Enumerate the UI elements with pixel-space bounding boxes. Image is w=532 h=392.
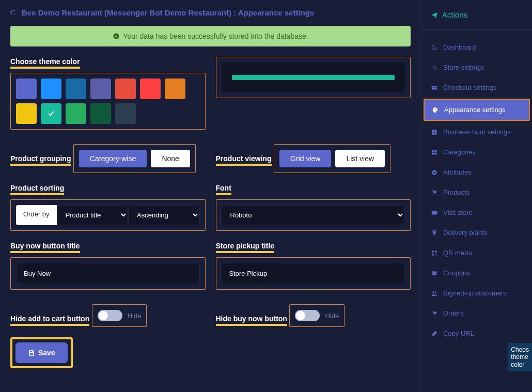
clock-icon <box>431 129 438 136</box>
save-highlight: Save <box>10 337 73 368</box>
sidebar-item-appearance-settings[interactable]: Appearance settings <box>424 99 530 121</box>
theme-color-panel <box>10 73 206 130</box>
viewing-grid-button[interactable]: Grid view <box>279 150 331 167</box>
sidebar-item-categories[interactable]: Categories <box>421 142 532 162</box>
tag-icon <box>431 169 438 176</box>
card-icon <box>431 84 438 91</box>
sidebar-item-qr-menu[interactable]: QR menu <box>421 243 532 263</box>
sidebar-item-visit-store[interactable]: Visit store <box>421 202 532 223</box>
hide-buy-toggle-label: Hide <box>325 312 339 320</box>
sidebar-item-label: Copy URL <box>443 330 474 337</box>
paper-plane-icon <box>431 11 438 19</box>
theme-swatch-3[interactable] <box>90 79 111 99</box>
theme-swatch-4[interactable] <box>115 79 136 99</box>
cart-icon <box>431 189 438 196</box>
sidebar-item-attributes[interactable]: Attributes <box>421 162 532 182</box>
theme-swatch-0[interactable] <box>16 79 37 99</box>
label-theme-color: Choose theme color <box>10 57 80 69</box>
alert-message: Your data has been successfully stored i… <box>123 32 308 40</box>
grouping-none-button[interactable]: None <box>151 150 190 167</box>
svg-rect-16 <box>432 254 434 256</box>
sidebar-header: Actions <box>421 0 532 30</box>
hide-cart-toggle[interactable] <box>98 310 122 321</box>
sidebar-item-checkout-settings[interactable]: Checkout settings <box>421 77 532 98</box>
sidebar-header-label: Actions <box>442 10 467 19</box>
store-pickup-panel <box>216 257 411 290</box>
sidebar-item-dashboard[interactable]: Dashboard <box>421 37 532 57</box>
svg-rect-2 <box>432 87 437 87</box>
label-product-sorting: Product sorting <box>10 184 64 195</box>
font-select[interactable]: Roboto <box>222 205 405 225</box>
svg-rect-8 <box>435 150 437 152</box>
label-hide-buy: Hide buy now button <box>216 315 287 326</box>
ticket-icon <box>431 270 438 277</box>
tooltip: Choos theme color <box>508 343 532 371</box>
theme-swatch-9[interactable] <box>66 103 86 124</box>
svg-point-3 <box>434 109 434 109</box>
sort-direction-select[interactable]: Ascending <box>128 205 199 225</box>
sidebar-item-label: Attributes <box>443 168 472 176</box>
theme-swatch-11[interactable] <box>115 103 136 124</box>
svg-rect-7 <box>432 150 434 152</box>
gauge-icon <box>431 44 438 51</box>
theme-swatch-8[interactable] <box>41 103 61 124</box>
sidebar-item-label: Orders <box>443 309 464 317</box>
theme-swatch-7[interactable] <box>16 103 37 124</box>
palette-icon <box>432 106 439 114</box>
viewing-list-button[interactable]: List view <box>335 150 385 167</box>
main-content: Bee Demo Restaurant (Messenger Bot Demo … <box>0 0 421 392</box>
label-product-grouping: Product grouping <box>10 154 71 166</box>
users-icon <box>431 290 438 297</box>
grid-icon <box>431 149 438 156</box>
sidebar-item-products[interactable]: Products <box>421 182 532 202</box>
sidebar: Actions DashboardStore settingsCheckout … <box>421 0 532 392</box>
label-font: Font <box>216 184 231 195</box>
sidebar-item-label: Dashboard <box>443 43 476 51</box>
theme-swatch-5[interactable] <box>140 79 161 99</box>
sidebar-item-store-settings[interactable]: Store settings <box>421 57 532 77</box>
link-icon <box>431 330 438 337</box>
sidebar-item-label: Products <box>443 189 470 196</box>
hide-buy-toggle[interactable] <box>295 310 320 321</box>
preview-bar <box>222 62 405 92</box>
svg-rect-13 <box>432 211 437 214</box>
sidebar-item-label: Delivery points <box>443 229 487 237</box>
hide-cart-panel: Hide <box>92 304 147 327</box>
cart2-icon <box>431 310 438 317</box>
svg-point-12 <box>433 171 435 174</box>
svg-rect-18 <box>436 254 437 254</box>
label-buy-now-title: Buy now button title <box>10 242 80 253</box>
sidebar-item-delivery-points[interactable]: Delivery points <box>421 223 532 243</box>
sidebar-item-label: Business hour settings <box>443 128 511 136</box>
sidebar-item-copy-url[interactable]: Copy URL <box>421 323 532 343</box>
theme-swatch-1[interactable] <box>41 79 61 99</box>
sidebar-item-label: Visit store <box>443 209 473 216</box>
sort-field-select[interactable]: Product title <box>57 205 128 225</box>
theme-swatch-10[interactable] <box>90 103 111 124</box>
svg-rect-20 <box>436 255 437 255</box>
theme-swatch-6[interactable] <box>165 79 185 99</box>
sidebar-item-orders[interactable]: Orders <box>421 303 532 323</box>
svg-rect-9 <box>432 152 434 154</box>
label-product-viewing: Product viewing <box>216 154 272 166</box>
page-title: Bee Demo Restaurant (Messenger Bot Demo … <box>22 8 314 17</box>
theme-swatch-2[interactable] <box>66 79 86 99</box>
save-button[interactable]: Save <box>15 342 68 363</box>
sidebar-item-label: Appearance settings <box>444 106 506 114</box>
font-panel: Roboto <box>216 199 411 231</box>
store-pickup-input[interactable] <box>222 263 405 284</box>
buy-now-panel <box>10 257 206 290</box>
svg-rect-14 <box>432 250 434 253</box>
sidebar-item-business-hour-settings[interactable]: Business hour settings <box>421 122 532 142</box>
sidebar-item-signed-up-customers[interactable]: Signed-up customers <box>421 283 532 303</box>
svg-point-22 <box>435 291 436 293</box>
qr-icon <box>431 249 438 257</box>
buy-now-input[interactable] <box>16 263 200 284</box>
sidebar-item-coupons[interactable]: Coupons <box>421 263 532 283</box>
svg-rect-17 <box>435 254 435 254</box>
svg-point-4 <box>435 108 435 108</box>
sidebar-item-label: QR menu <box>443 249 472 257</box>
grouping-category-wise-button[interactable]: Category-wise <box>79 150 147 167</box>
sidebar-item-label: Store settings <box>443 64 484 71</box>
success-alert: Your data has been successfully stored i… <box>10 26 411 46</box>
